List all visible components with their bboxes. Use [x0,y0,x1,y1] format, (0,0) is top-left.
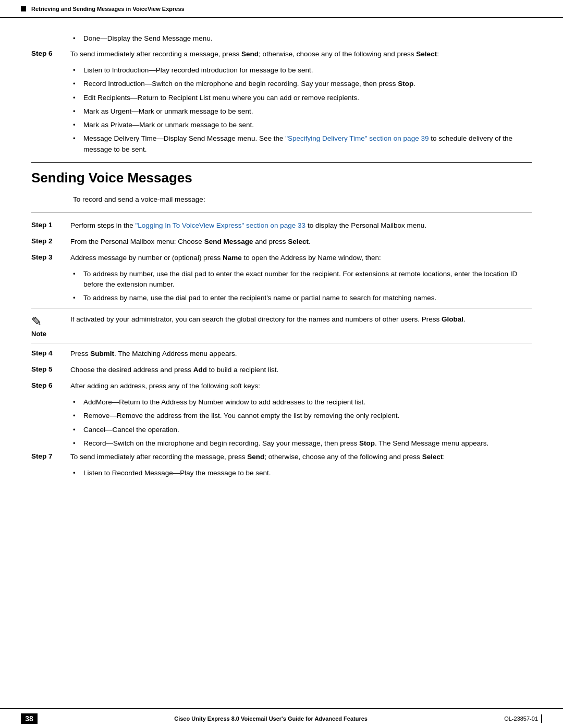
bullet-text-addr-num: To address by number, use the dial pad t… [83,269,532,290]
top-bullet-section: • Done—Display the Send Message menu. [73,33,532,44]
footer-right: OL-23857-01 [504,714,542,723]
step-label-1: Step 1 [31,221,70,229]
pencil-icon: ✎ [31,314,42,329]
section-heading: Sending Voice Messages [31,170,532,186]
bullet-text-remove: Remove—Remove the address from the list.… [83,411,532,421]
note-icon-col: ✎ Note [31,314,70,338]
bullet-mark-private: • Mark as Private—Mark or unmark message… [73,120,532,130]
bullet-dot: • [73,34,81,42]
bullet-listen-intro: • Listen to Introduction—Play recorded i… [73,65,532,76]
footer: 38 Cisco Unity Express 8.0 Voicemail Use… [0,708,563,728]
header-bar: Retrieving and Sending Messages in Voice… [0,0,563,18]
section-divider-top [31,162,532,163]
bullet-record: • Record—Switch on the microphone and be… [73,438,532,449]
step-row-2: Step 2 From the Personal Mailbox menu: C… [31,237,532,248]
bullet-text-record-intro: Record Introduction—Switch on the microp… [83,79,532,89]
step-content-1: Perform steps in the "Logging In To Voic… [70,220,532,231]
step-row-6-main: Step 6 After adding an address, press an… [31,381,532,392]
note-label: Note [31,330,46,338]
bullet-remove: • Remove—Remove the address from the lis… [73,411,532,421]
bullet-text-addmore: AddMore—Return to the Address by Number … [83,397,532,408]
step-label-6-main: Step 6 [31,381,70,389]
note-content: If activated by your administrator, you … [70,314,532,325]
step7-bullets: • Listen to Recorded Message—Play the me… [73,468,532,478]
step3-bullets: • To address by number, use the dial pad… [73,269,532,304]
step-content-2: From the Personal Mailbox menu: Choose S… [70,237,532,248]
bullet-address-by-name: • To address by name, use the dial pad t… [73,293,532,303]
login-link[interactable]: "Logging In To VoiceView Express" sectio… [136,221,306,229]
step-content-6-main: After adding an address, press any of th… [70,381,532,392]
bullet-text-record: Record—Switch on the microphone and begi… [83,438,532,449]
step6-colon: : [437,50,439,58]
header-title: Retrieving and Sending Messages in Voice… [31,6,185,12]
step-content-5: Choose the desired address and press Add… [70,365,532,376]
bullet-text-urgent: Mark as Urgent—Mark or unmark message to… [83,106,532,117]
main-content: • Done—Display the Send Message menu. St… [0,18,563,708]
bullet-text-listen-recorded: Listen to Recorded Message—Play the mess… [83,468,532,478]
page: Retrieving and Sending Messages in Voice… [0,0,563,728]
step-row-7: Step 7 To send immediately after recordi… [31,452,532,463]
footer-doc-number: OL-23857-01 [504,715,538,722]
step-label-2: Step 2 [31,237,70,245]
step6-intro: To send immediately after recording a me… [70,50,241,58]
bullet-delivery-time: • Message Delivery Time—Display Send Mes… [73,133,532,155]
footer-left: 38 [21,713,38,724]
bullet-address-by-number: • To address by number, use the dial pad… [73,269,532,290]
step6-main-bullets: • AddMore—Return to the Address by Numbe… [73,397,532,449]
header-indicator [21,6,26,11]
bullet-text-edit: Edit Recipients—Return to Recipient List… [83,93,532,103]
bullet-text-delivery: Message Delivery Time—Display Send Messa… [83,133,532,155]
bullet-text-done: Done—Display the Send Message menu. [83,33,532,44]
step-label-5: Step 5 [31,365,70,373]
bullet-item-done: • Done—Display the Send Message menu. [73,33,532,44]
step-label-6-top: Step 6 [31,50,70,57]
note-row: ✎ Note If activated by your administrato… [31,309,532,343]
bullet-edit-recipients: • Edit Recipients—Return to Recipient Li… [73,93,532,103]
delivery-time-link[interactable]: "Specifying Delivery Time" section on pa… [285,134,429,142]
bullet-text-listen: Listen to Introduction—Play recorded int… [83,65,532,76]
step-content-7: To send immediately after recording the … [70,452,532,463]
bullet-record-intro: • Record Introduction—Switch on the micr… [73,79,532,89]
step-content-6-top: To send immediately after recording a me… [70,49,532,60]
bullet-text-private: Mark as Private—Mark or unmark message t… [83,120,532,130]
step6-intro2: ; otherwise, choose any of the following… [259,50,416,58]
bullet-mark-urgent: • Mark as Urgent—Mark or unmark message … [73,106,532,117]
section-divider-2 [31,213,532,213]
step-label-7: Step 7 [31,452,70,460]
step-label-4: Step 4 [31,349,70,357]
footer-page-number: 38 [21,713,38,724]
step6-top-bullets: • Listen to Introduction—Play recorded i… [73,65,532,155]
bullet-text-cancel: Cancel—Cancel the operation. [83,425,532,435]
bullet-addmore: • AddMore—Return to the Address by Numbe… [73,397,532,408]
step-row-3: Step 3 Address message by number or (opt… [31,253,532,264]
bullet-listen-recorded: • Listen to Recorded Message—Play the me… [73,468,532,478]
step-label-3: Step 3 [31,253,70,261]
intro-para: To record and send a voice-mail message: [73,194,532,205]
step-content-3: Address message by number or (optional) … [70,253,532,264]
step-row-6-top: Step 6 To send immediately after recordi… [31,49,532,60]
footer-bar-line [541,714,542,723]
footer-title: Cisco Unity Express 8.0 Voicemail User's… [38,715,504,722]
step-row-5: Step 5 Choose the desired address and pr… [31,365,532,376]
bullet-cancel: • Cancel—Cancel the operation. [73,425,532,435]
step-content-4: Press Submit. The Matching Address menu … [70,349,532,360]
step-row-1: Step 1 Perform steps in the "Logging In … [31,220,532,231]
step6-send-bold: Send [241,50,259,58]
step-row-4: Step 4 Press Submit. The Matching Addres… [31,349,532,360]
step6-select-bold: Select [416,50,437,58]
bullet-text-addr-name: To address by name, use the dial pad to … [83,293,532,303]
